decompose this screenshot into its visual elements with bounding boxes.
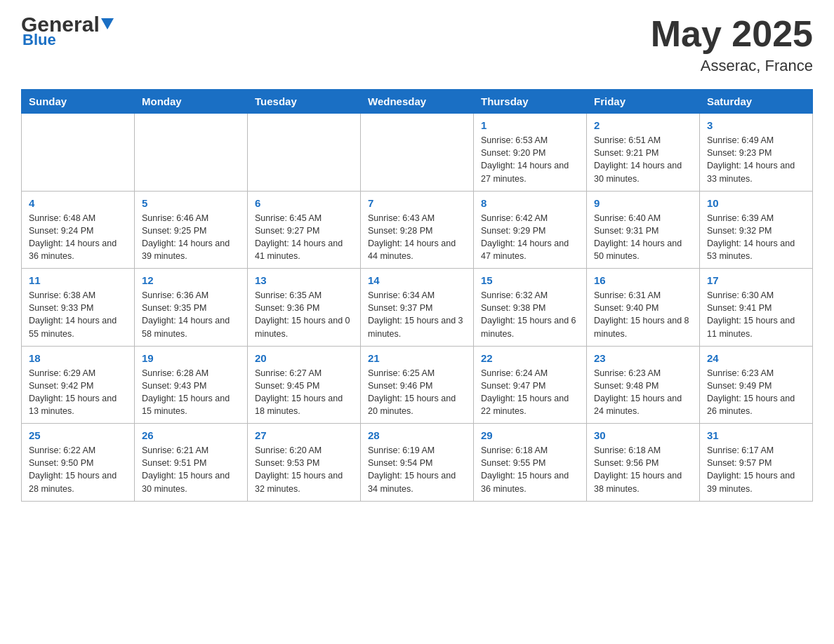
calendar-cell: 21Sunrise: 6:25 AM Sunset: 9:46 PM Dayli… (361, 346, 474, 424)
calendar-cell: 8Sunrise: 6:42 AM Sunset: 9:29 PM Daylig… (474, 191, 587, 269)
calendar-cell: 11Sunrise: 6:38 AM Sunset: 9:33 PM Dayli… (22, 269, 135, 347)
day-number: 19 (142, 352, 240, 364)
location: Asserac, France (651, 57, 813, 75)
calendar-cell: 29Sunrise: 6:18 AM Sunset: 9:55 PM Dayli… (474, 424, 587, 502)
calendar-cell: 14Sunrise: 6:34 AM Sunset: 9:37 PM Dayli… (361, 269, 474, 347)
day-info: Sunrise: 6:18 AM Sunset: 9:56 PM Dayligh… (594, 444, 692, 495)
calendar-header-thursday: Thursday (474, 90, 587, 114)
calendar-week-4: 18Sunrise: 6:29 AM Sunset: 9:42 PM Dayli… (22, 346, 813, 424)
day-info: Sunrise: 6:20 AM Sunset: 9:53 PM Dayligh… (255, 444, 353, 495)
day-info: Sunrise: 6:43 AM Sunset: 9:28 PM Dayligh… (368, 212, 466, 263)
day-number: 23 (594, 352, 692, 364)
calendar-cell (22, 114, 135, 192)
day-info: Sunrise: 6:31 AM Sunset: 9:40 PM Dayligh… (594, 289, 692, 340)
day-info: Sunrise: 6:19 AM Sunset: 9:54 PM Dayligh… (368, 444, 466, 495)
calendar-cell: 4Sunrise: 6:48 AM Sunset: 9:24 PM Daylig… (22, 191, 135, 269)
day-info: Sunrise: 6:25 AM Sunset: 9:46 PM Dayligh… (368, 367, 466, 418)
day-number: 27 (255, 429, 353, 441)
day-number: 21 (368, 352, 466, 364)
day-info: Sunrise: 6:17 AM Sunset: 9:57 PM Dayligh… (707, 444, 805, 495)
calendar-week-5: 25Sunrise: 6:22 AM Sunset: 9:50 PM Dayli… (22, 424, 813, 502)
calendar-cell (248, 114, 361, 192)
page-header: General Blue May 2025 Asserac, France (21, 14, 813, 75)
day-info: Sunrise: 6:36 AM Sunset: 9:35 PM Dayligh… (142, 289, 240, 340)
calendar-header-sunday: Sunday (22, 90, 135, 114)
calendar-cell: 12Sunrise: 6:36 AM Sunset: 9:35 PM Dayli… (135, 269, 248, 347)
logo-arrow-icon (101, 18, 114, 29)
day-number: 9 (594, 197, 692, 209)
day-info: Sunrise: 6:24 AM Sunset: 9:47 PM Dayligh… (481, 367, 579, 418)
day-number: 14 (368, 274, 466, 286)
day-number: 7 (368, 197, 466, 209)
day-number: 20 (255, 352, 353, 364)
calendar-cell (135, 114, 248, 192)
day-number: 25 (29, 429, 127, 441)
day-info: Sunrise: 6:22 AM Sunset: 9:50 PM Dayligh… (29, 444, 127, 495)
day-info: Sunrise: 6:30 AM Sunset: 9:41 PM Dayligh… (707, 289, 805, 340)
calendar-cell: 2Sunrise: 6:51 AM Sunset: 9:21 PM Daylig… (587, 114, 700, 192)
calendar-cell: 22Sunrise: 6:24 AM Sunset: 9:47 PM Dayli… (474, 346, 587, 424)
calendar-header-tuesday: Tuesday (248, 90, 361, 114)
day-info: Sunrise: 6:51 AM Sunset: 9:21 PM Dayligh… (594, 134, 692, 185)
day-number: 11 (29, 274, 127, 286)
day-info: Sunrise: 6:28 AM Sunset: 9:43 PM Dayligh… (142, 367, 240, 418)
day-number: 26 (142, 429, 240, 441)
calendar-cell: 31Sunrise: 6:17 AM Sunset: 9:57 PM Dayli… (700, 424, 813, 502)
logo: General Blue (21, 14, 114, 49)
day-number: 16 (594, 274, 692, 286)
calendar-cell: 17Sunrise: 6:30 AM Sunset: 9:41 PM Dayli… (700, 269, 813, 347)
calendar-cell: 15Sunrise: 6:32 AM Sunset: 9:38 PM Dayli… (474, 269, 587, 347)
day-info: Sunrise: 6:40 AM Sunset: 9:31 PM Dayligh… (594, 212, 692, 263)
day-number: 1 (481, 119, 579, 131)
calendar-cell: 10Sunrise: 6:39 AM Sunset: 9:32 PM Dayli… (700, 191, 813, 269)
day-number: 29 (481, 429, 579, 441)
day-number: 17 (707, 274, 805, 286)
day-number: 12 (142, 274, 240, 286)
calendar-cell: 6Sunrise: 6:45 AM Sunset: 9:27 PM Daylig… (248, 191, 361, 269)
calendar-cell: 5Sunrise: 6:46 AM Sunset: 9:25 PM Daylig… (135, 191, 248, 269)
day-info: Sunrise: 6:38 AM Sunset: 9:33 PM Dayligh… (29, 289, 127, 340)
calendar-cell: 3Sunrise: 6:49 AM Sunset: 9:23 PM Daylig… (700, 114, 813, 192)
calendar-cell: 28Sunrise: 6:19 AM Sunset: 9:54 PM Dayli… (361, 424, 474, 502)
calendar-cell: 26Sunrise: 6:21 AM Sunset: 9:51 PM Dayli… (135, 424, 248, 502)
day-number: 6 (255, 197, 353, 209)
calendar-table: SundayMondayTuesdayWednesdayThursdayFrid… (21, 89, 813, 502)
day-number: 22 (481, 352, 579, 364)
day-info: Sunrise: 6:18 AM Sunset: 9:55 PM Dayligh… (481, 444, 579, 495)
title-section: May 2025 Asserac, France (651, 14, 813, 75)
day-info: Sunrise: 6:53 AM Sunset: 9:20 PM Dayligh… (481, 134, 579, 185)
day-info: Sunrise: 6:48 AM Sunset: 9:24 PM Dayligh… (29, 212, 127, 263)
day-number: 2 (594, 119, 692, 131)
day-info: Sunrise: 6:29 AM Sunset: 9:42 PM Dayligh… (29, 367, 127, 418)
day-number: 5 (142, 197, 240, 209)
day-number: 28 (368, 429, 466, 441)
day-info: Sunrise: 6:46 AM Sunset: 9:25 PM Dayligh… (142, 212, 240, 263)
calendar-week-3: 11Sunrise: 6:38 AM Sunset: 9:33 PM Dayli… (22, 269, 813, 347)
svg-marker-0 (101, 18, 114, 29)
day-number: 18 (29, 352, 127, 364)
calendar-cell: 16Sunrise: 6:31 AM Sunset: 9:40 PM Dayli… (587, 269, 700, 347)
calendar-cell: 9Sunrise: 6:40 AM Sunset: 9:31 PM Daylig… (587, 191, 700, 269)
day-number: 24 (707, 352, 805, 364)
day-number: 13 (255, 274, 353, 286)
day-info: Sunrise: 6:23 AM Sunset: 9:48 PM Dayligh… (594, 367, 692, 418)
day-number: 31 (707, 429, 805, 441)
month-title: May 2025 (651, 14, 813, 54)
day-info: Sunrise: 6:45 AM Sunset: 9:27 PM Dayligh… (255, 212, 353, 263)
calendar-cell: 7Sunrise: 6:43 AM Sunset: 9:28 PM Daylig… (361, 191, 474, 269)
day-info: Sunrise: 6:35 AM Sunset: 9:36 PM Dayligh… (255, 289, 353, 340)
calendar-header-wednesday: Wednesday (361, 90, 474, 114)
day-number: 4 (29, 197, 127, 209)
day-number: 8 (481, 197, 579, 209)
calendar-header-row: SundayMondayTuesdayWednesdayThursdayFrid… (22, 90, 813, 114)
day-info: Sunrise: 6:27 AM Sunset: 9:45 PM Dayligh… (255, 367, 353, 418)
calendar-cell: 13Sunrise: 6:35 AM Sunset: 9:36 PM Dayli… (248, 269, 361, 347)
calendar-cell: 25Sunrise: 6:22 AM Sunset: 9:50 PM Dayli… (22, 424, 135, 502)
logo-blue: Blue (22, 31, 56, 48)
calendar-header-saturday: Saturday (700, 90, 813, 114)
calendar-header-friday: Friday (587, 90, 700, 114)
calendar-cell: 27Sunrise: 6:20 AM Sunset: 9:53 PM Dayli… (248, 424, 361, 502)
calendar-cell: 20Sunrise: 6:27 AM Sunset: 9:45 PM Dayli… (248, 346, 361, 424)
calendar-header-monday: Monday (135, 90, 248, 114)
day-info: Sunrise: 6:42 AM Sunset: 9:29 PM Dayligh… (481, 212, 579, 263)
